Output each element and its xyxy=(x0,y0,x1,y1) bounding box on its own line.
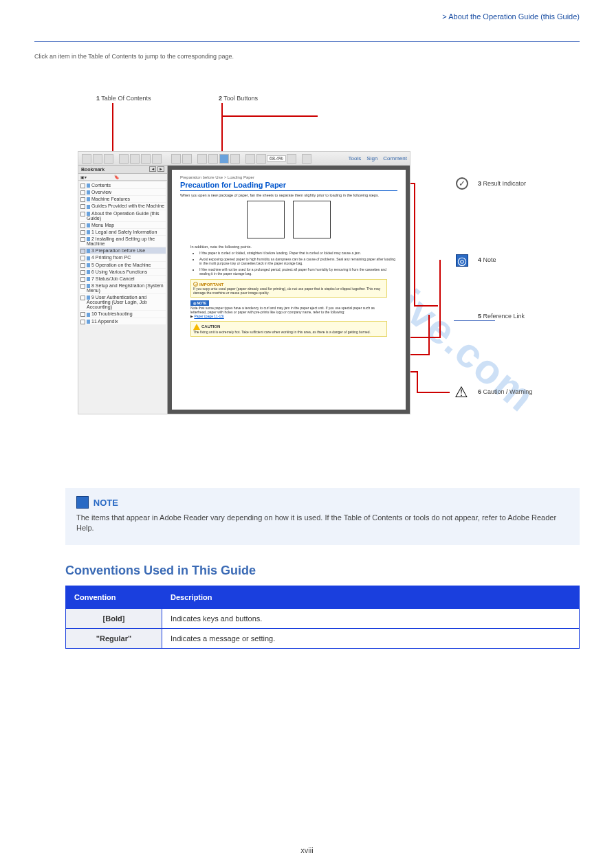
toolbar-button[interactable] xyxy=(141,154,151,164)
toolbar-button[interactable] xyxy=(93,154,102,164)
nav-prev-icon[interactable]: ◄ xyxy=(149,166,156,172)
intro-text: Click an item in the Table of Contents t… xyxy=(34,52,580,61)
bookmark-item[interactable]: Guides Provided with the Machine xyxy=(80,203,166,209)
doc-bullets: If the paper is curled or folded, straig… xyxy=(180,251,397,276)
conventions-table: Convention Description [Bold] Indicates … xyxy=(65,586,580,649)
page-note-block: NOTE The items that appear in Adobe Read… xyxy=(65,488,580,545)
options-icon[interactable]: ▣▾ xyxy=(80,175,87,179)
callout-3: 3 Result Indicator xyxy=(478,180,526,188)
nav-next-icon[interactable]: ► xyxy=(157,166,164,172)
bookmark-item[interactable]: 4 Printing from PC xyxy=(80,254,166,260)
note-link[interactable]: Paper (page 11-13) xyxy=(194,314,223,318)
cell-description: Indicates a message or setting. xyxy=(162,629,580,649)
toolbar-button[interactable] xyxy=(119,154,129,164)
note-icon: ◎ xyxy=(456,254,468,267)
document-page: Preparation before Use > Loading Paper P… xyxy=(172,170,406,410)
document-area: Preparation before Use > Loading Paper P… xyxy=(168,166,410,414)
bookmark-item[interactable]: 10 Troubleshooting xyxy=(80,311,166,317)
fit-icon[interactable] xyxy=(302,154,311,164)
callout-line-4b xyxy=(439,260,441,338)
bookmark-item[interactable]: 8 Setup and Registration (System Menu) xyxy=(80,282,166,293)
toolbar-button[interactable] xyxy=(130,154,140,164)
bookmark-tab[interactable]: Bookmark ◄ ► xyxy=(78,166,167,174)
callout-5: 5 Reference Link xyxy=(478,313,525,321)
bookmark-item[interactable]: 5 Operation on the Machine xyxy=(80,262,166,268)
zoom-out-icon[interactable] xyxy=(245,154,255,164)
doc-bullet: If the paper is curled or folded, straig… xyxy=(199,251,397,256)
caution-box: CAUTION The fixing unit is extremely hot… xyxy=(190,321,387,337)
callout-4: 4 Note xyxy=(478,256,496,265)
bookmark-item[interactable]: 7 Status/Job Cancel xyxy=(80,276,166,282)
table-row: "Regular" Indicates a message or setting… xyxy=(66,629,580,649)
caution-heading: CAUTION xyxy=(193,324,384,330)
toolbar-button[interactable] xyxy=(104,154,113,164)
select-tool-icon[interactable] xyxy=(208,154,218,164)
callout-line-5b xyxy=(428,315,430,355)
note-block-label: NOTE xyxy=(94,498,118,508)
warning-triangle-icon: ⚠ xyxy=(454,383,468,401)
bookmark-item[interactable]: Menu Map xyxy=(80,222,166,228)
note-block-icon xyxy=(76,496,89,509)
doc-bullet: If the machine will not be used for a pr… xyxy=(199,267,397,276)
note-box: ◎ NOTE Note that some paper types have a… xyxy=(190,300,387,318)
conventions-th2: Description xyxy=(162,586,580,609)
pdf-reader-window: 68.4% Tools Sign Comment Bookmark ◄ ► xyxy=(78,151,410,414)
important-text: If you copy onto used paper (paper alrea… xyxy=(193,287,384,295)
tools-link[interactable]: Tools xyxy=(349,155,362,162)
bookmark-item[interactable]: 6 Using Various Functions xyxy=(80,269,166,275)
callout-1: 1 Table Of Contents xyxy=(96,95,151,103)
table-row: [Bold] Indicates keys and buttons. xyxy=(66,609,580,629)
callout-line-6b xyxy=(417,371,418,393)
bookmark-item[interactable]: 9 User Authentication and Accounting (Us… xyxy=(80,294,166,310)
doc-illustration xyxy=(237,201,340,242)
bookmark-item[interactable]: About the Operation Guide (this Guide) xyxy=(80,210,166,221)
horizontal-rule xyxy=(34,41,580,42)
conventions-heading: Conventions Used in This Guide xyxy=(65,564,256,578)
doc-addition: In addition, note the following points. xyxy=(180,245,397,249)
doc-lead: When you open a new package of paper, fa… xyxy=(180,193,397,198)
conventions-th1: Convention xyxy=(66,586,162,609)
bookmark-item[interactable]: Overview xyxy=(80,189,166,195)
header-path: > About the Operation Guide (this Guide) xyxy=(442,12,580,21)
zoom-dropdown-icon[interactable] xyxy=(287,154,296,164)
nav-up-icon[interactable] xyxy=(171,154,181,164)
bookmark-item[interactable]: Machine Features xyxy=(80,196,166,202)
callout-2: 2 Tool Buttons xyxy=(219,95,258,103)
toolbar-button[interactable] xyxy=(152,154,162,164)
bookmark-icon[interactable]: 🔖 xyxy=(114,175,119,179)
highlighted-tool-icon[interactable] xyxy=(219,154,229,164)
important-box: ✓IMPORTANT If you copy onto used paper (… xyxy=(190,279,387,298)
bookmark-item[interactable]: 1 Legal and Safety Information xyxy=(80,229,166,235)
tool-icon[interactable] xyxy=(230,154,240,164)
cell-convention: [Bold] xyxy=(66,609,162,629)
bookmark-item[interactable]: 3 Preparation before Use xyxy=(80,247,166,254)
bookmarks-sidebar: Bookmark ◄ ► ▣▾ 🔖 ContentsOverviewMachin… xyxy=(78,166,168,414)
doc-breadcrumb: Preparation before Use > Loading Paper xyxy=(180,175,397,179)
callout-line-2b xyxy=(221,115,318,117)
doc-bullet: Avoid exposing opened paper to high humi… xyxy=(199,257,397,266)
note-heading: ◎ NOTE xyxy=(190,300,209,306)
toolbar-button[interactable] xyxy=(82,154,91,164)
cell-convention: "Regular" xyxy=(66,629,162,649)
callout-line-3b xyxy=(414,183,415,307)
callout-line-6c xyxy=(417,392,450,393)
bookmark-item[interactable]: 11 Appendix xyxy=(80,318,166,324)
nav-down-icon[interactable] xyxy=(182,154,192,164)
note-text: Note that some paper types have a tenden… xyxy=(190,306,387,314)
comment-link[interactable]: Comment xyxy=(383,155,407,162)
cell-description: Indicates keys and buttons. xyxy=(162,609,580,629)
reference-underline xyxy=(454,320,495,321)
callout-line-3c xyxy=(414,305,438,307)
important-heading: ✓IMPORTANT xyxy=(193,282,384,287)
hand-tool-icon[interactable] xyxy=(197,154,207,164)
bookmarks-tree: ContentsOverviewMachine FeaturesGuides P… xyxy=(78,181,167,326)
bookmark-item[interactable]: 2 Installing and Setting up the Machine xyxy=(80,236,166,247)
check-circle-icon: ✓ xyxy=(456,177,468,190)
zoom-in-icon[interactable] xyxy=(256,154,266,164)
bookmark-item[interactable]: Contents xyxy=(80,182,166,188)
pdf-toolbar: 68.4% Tools Sign Comment xyxy=(78,152,410,166)
callout-line-2a xyxy=(221,103,223,157)
sign-link[interactable]: Sign xyxy=(366,155,377,162)
zoom-value[interactable]: 68.4% xyxy=(267,155,286,162)
doc-title: Precaution for Loading Paper xyxy=(180,181,397,191)
